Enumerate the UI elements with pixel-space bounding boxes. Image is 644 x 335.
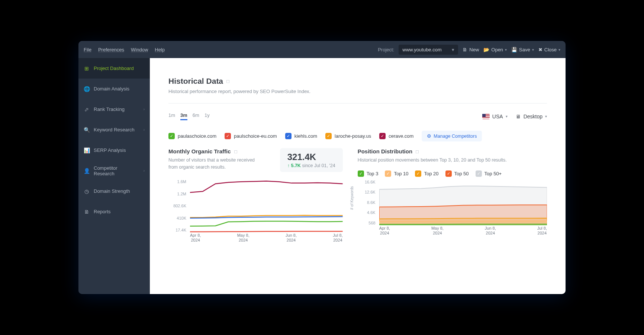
sidebar-item-label: Domain Strength: [94, 188, 130, 194]
sidebar-item-label: Rank Tracking: [94, 106, 125, 112]
caret-down-icon: ▾: [505, 48, 507, 52]
menubar-right: Project: www.youtube.com 🗎New 📂Open▾ 💾Sa…: [378, 45, 560, 55]
sidebar-item-rank-tracking[interactable]: ⬀Rank Tracking›: [78, 99, 150, 119]
grid-icon: ⊞: [84, 66, 90, 71]
competitor-label: paulschoice-eu.com: [234, 133, 277, 139]
range-3m[interactable]: 3m: [180, 112, 187, 120]
search-icon: 🔍: [84, 127, 90, 133]
chevron-right-icon: ›: [144, 128, 145, 132]
charts-row: Monthly Organic Traffic ◻ Number of visi…: [168, 148, 547, 243]
sidebar-item-reports[interactable]: 🗎Reports: [78, 201, 150, 222]
sidebar-item-competitor-research[interactable]: 👤Competitor Research›: [78, 160, 150, 181]
info-icon[interactable]: ◻: [234, 149, 238, 154]
caret-down-icon: ▾: [506, 114, 508, 118]
legend-item-top-3[interactable]: ✓Top 3: [358, 170, 379, 177]
usa-flag-icon: [482, 114, 490, 119]
globe-icon: 🌐: [84, 86, 90, 92]
legend-item-top-10[interactable]: ✓Top 10: [385, 170, 408, 177]
legend-label: Top 50: [454, 171, 469, 176]
new-button[interactable]: 🗎New: [463, 47, 479, 52]
legend-label: Top 10: [394, 171, 408, 176]
ytick: 568: [358, 221, 376, 225]
competitor-paulschoice-eu-com[interactable]: ✓paulschoice-eu.com: [225, 133, 277, 139]
competitors-row: ✓paulaschoice.com✓paulschoice-eu.com✓kie…: [168, 131, 547, 141]
sidebar-item-label: Project Dashboard: [94, 66, 134, 71]
caret-down-icon: ▾: [545, 114, 547, 118]
checkbox-icon: ✓: [168, 133, 175, 139]
sidebar-item-serp-analysis[interactable]: 📊SERP Analysis: [78, 140, 150, 160]
traffic-yaxis: 1.6M1.2M802.6K410K17.4K: [168, 179, 189, 232]
checkbox-icon: ✓: [325, 133, 332, 139]
menubar: File Preferences Window Help Project: ww…: [78, 41, 566, 58]
device-label: Desktop: [524, 114, 542, 119]
new-label: New: [469, 47, 479, 52]
folder-open-icon: 📂: [483, 47, 489, 52]
position-yaxis-label: # of Keywords: [350, 186, 354, 210]
position-xaxis: Apr 8,2024May 8,2024Jun 8,2024Jul 8,2024: [379, 226, 547, 236]
traffic-title: Monthly Organic Traffic: [168, 148, 231, 154]
sidebar-item-domain-analysis[interactable]: 🌐Domain Analysis: [78, 79, 150, 99]
traffic-plot: 1.6M1.2M802.6K410K17.4K Apr 8,2024May 8,…: [168, 179, 343, 243]
xtick: May 8,2024: [237, 233, 249, 243]
gauge-icon: ◷: [84, 188, 90, 194]
sidebar-item-label: Reports: [94, 209, 111, 214]
save-icon: 💾: [511, 47, 517, 52]
device-dropdown[interactable]: 🖥 Desktop ▾: [516, 114, 547, 119]
content: Historical Data ◻ Historical performance…: [157, 66, 558, 246]
bars-icon: 📊: [84, 147, 90, 153]
xtick: Jul 8,2024: [537, 226, 547, 236]
close-icon: ✖: [538, 47, 542, 52]
checkbox-icon: ✓: [415, 170, 421, 177]
menubar-left: File Preferences Window Help: [84, 47, 165, 52]
menu-window[interactable]: Window: [131, 47, 148, 52]
body: ⊞Project Dashboard🌐Domain Analysis⬀Rank …: [78, 58, 566, 294]
range-1y[interactable]: 1y: [205, 112, 210, 120]
position-title: Position Distribution: [358, 148, 413, 154]
traffic-subtitle: Number of visitors that a website receiv…: [168, 157, 265, 171]
chevron-right-icon: ›: [144, 169, 145, 173]
region-dropdown[interactable]: USA ▾: [482, 114, 508, 119]
sidebar-item-project-dashboard[interactable]: ⊞Project Dashboard: [78, 58, 150, 79]
caret-down-icon: ▾: [532, 48, 534, 52]
competitor-laroche-posay-us[interactable]: ✓laroche-posay.us: [325, 133, 371, 139]
competitor-paulaschoice-com[interactable]: ✓paulaschoice.com: [168, 133, 216, 139]
doc-icon: 🗎: [84, 209, 90, 215]
close-label: Close: [544, 47, 557, 52]
divider: [168, 103, 547, 103]
ytick: 16.6K: [358, 180, 376, 184]
info-icon[interactable]: ◻: [226, 79, 230, 84]
sidebar-item-label: SERP Analysis: [94, 147, 126, 153]
competitor-kiehls-com[interactable]: ✓kiehls.com: [285, 133, 317, 139]
competitor-label: laroche-posay.us: [335, 133, 371, 139]
sidebar-item-keyword-research[interactable]: 🔍Keyword Research›: [78, 119, 150, 140]
file-plus-icon: 🗎: [463, 47, 467, 52]
open-button[interactable]: 📂Open▾: [483, 47, 507, 52]
info-icon[interactable]: ◻: [415, 149, 419, 154]
person-icon: 👤: [84, 168, 90, 174]
range-6m[interactable]: 6m: [193, 112, 199, 120]
checkbox-icon: ✓: [358, 170, 364, 177]
checkbox-icon: ✓: [285, 133, 292, 139]
menu-file[interactable]: File: [84, 47, 91, 52]
ytick: 8.6K: [358, 200, 376, 205]
close-button[interactable]: ✖Close▾: [538, 47, 560, 52]
checkbox-icon: ✓: [379, 133, 386, 139]
menu-preferences[interactable]: Preferences: [98, 47, 124, 52]
project-select[interactable]: www.youtube.com: [399, 45, 458, 55]
save-button[interactable]: 💾Save▾: [511, 47, 534, 52]
position-chart-box: Position Distribution ◻ Historical posit…: [358, 148, 547, 243]
legend-item-top-20[interactable]: ✓Top 20: [415, 170, 438, 177]
open-label: Open: [491, 47, 503, 52]
main: Historical Data ◻ Historical performance…: [150, 58, 566, 294]
legend-item-top-50[interactable]: ✓Top 50: [445, 170, 469, 177]
range-1m[interactable]: 1m: [168, 112, 175, 120]
position-plotarea: [379, 180, 547, 225]
manage-competitors-button[interactable]: ⚙Manage Competitors: [422, 131, 482, 141]
competitor-cerave-com[interactable]: ✓cerave.com: [379, 133, 413, 139]
legend-item-top-50-[interactable]: ✓Top 50+: [476, 170, 502, 177]
menu-help[interactable]: Help: [155, 47, 165, 52]
sidebar-item-domain-strength[interactable]: ◷Domain Strength: [78, 181, 150, 201]
region-label: USA: [492, 114, 503, 119]
checkbox-icon: ✓: [225, 133, 231, 139]
competitor-label: cerave.com: [389, 133, 413, 139]
